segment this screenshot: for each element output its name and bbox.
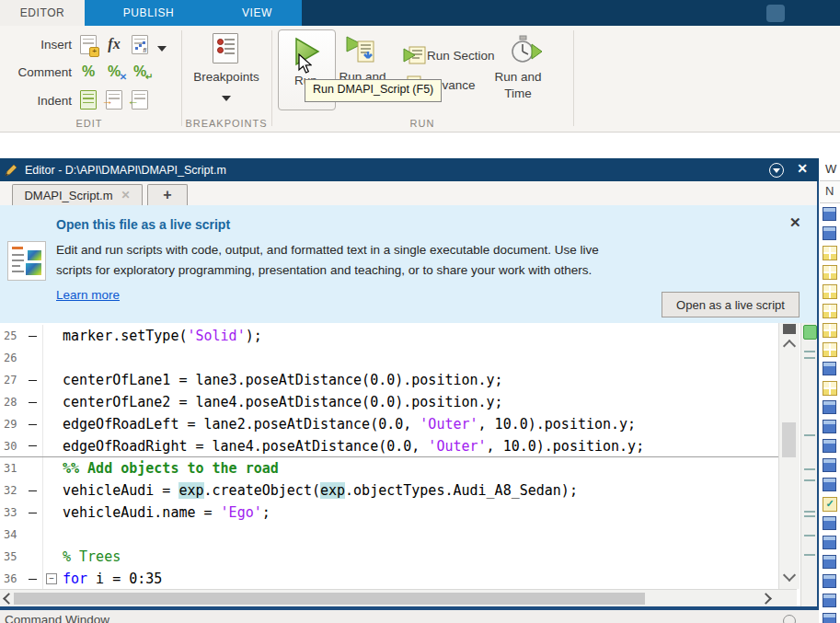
workspace-row[interactable] [820, 262, 840, 282]
workspace-row[interactable] [820, 340, 840, 359]
fold-margin [42, 479, 60, 502]
vertical-scrollbar[interactable] [778, 323, 800, 589]
workspace-row[interactable] [820, 456, 840, 475]
vertical-scrollbar-thumb[interactable] [782, 422, 796, 457]
cube-variable-icon [823, 574, 836, 588]
fold-margin [42, 435, 60, 456]
scroll-up-icon[interactable] [783, 340, 796, 352]
workspace-row[interactable] [820, 398, 840, 417]
tab-publish[interactable]: PUBLISH [85, 0, 213, 26]
workspace-row[interactable] [820, 359, 840, 378]
document-tab-bar: DMAPI_Script.m ✕ + [0, 181, 819, 206]
line-number-gutter: 29 [0, 418, 42, 431]
workspace-row[interactable] [820, 417, 840, 436]
workspace-row[interactable] [820, 243, 840, 262]
message-indicator-bar[interactable] [800, 323, 818, 606]
workspace-row[interactable] [820, 204, 840, 224]
code-line-35[interactable]: 35% Trees [0, 546, 778, 568]
panel-actions-button[interactable] [769, 163, 784, 178]
banner-close-icon[interactable]: ✕ [789, 214, 801, 231]
indent-right-button[interactable]: → [103, 88, 125, 110]
fold-margin [42, 325, 60, 347]
line-number: 34 [0, 528, 29, 541]
code-line-29[interactable]: 29edgeOfRoadLeft = lane2.poseAtDistance(… [0, 413, 778, 435]
code-editor[interactable]: 25marker.setType('Solid');2627centerOfLa… [0, 323, 819, 589]
line-number: 36 [0, 572, 29, 585]
workspace-row[interactable] [820, 224, 840, 243]
workspace-name-header[interactable]: N [820, 180, 840, 203]
workspace-row[interactable] [820, 571, 840, 591]
section-separator [573, 30, 574, 126]
panel-right-border [817, 181, 819, 610]
workspace-row[interactable] [820, 513, 840, 533]
scrollbar-cap [783, 324, 796, 334]
cube-variable-icon [823, 555, 836, 569]
code-line-27[interactable]: 27centerOfLane1 = lane3.poseAtDistance(0… [0, 369, 778, 391]
undock-icon[interactable] [783, 615, 796, 623]
workspace-row[interactable] [820, 436, 840, 456]
scroll-left-icon[interactable] [3, 593, 15, 605]
document-tab[interactable]: DMAPI_Script.m ✕ [12, 184, 143, 205]
code-line-25[interactable]: 25marker.setType('Solid'); [0, 325, 778, 347]
tab-close-icon[interactable]: ✕ [121, 189, 131, 202]
workspace-row[interactable] [820, 301, 840, 320]
comment-button[interactable]: % [77, 61, 99, 83]
insert-fi-button[interactable]: fi [129, 33, 151, 55]
horizontal-scrollbar[interactable] [0, 589, 797, 607]
code-line-32[interactable]: 32vehicleAudi = exp.createObject(exp.obj… [0, 479, 778, 502]
command-window-titlebar-partial[interactable]: Command Window [0, 610, 819, 623]
fold-margin[interactable]: − [42, 568, 60, 590]
line-number-gutter: 27 [0, 374, 42, 386]
breakpoints-icon [213, 33, 238, 63]
code-line-34[interactable]: 34 [0, 524, 778, 546]
insert-function-button[interactable]: fx [103, 33, 125, 55]
line-number: 33 [0, 506, 29, 519]
insert-dropdown-button[interactable] [151, 38, 173, 60]
code-line-31[interactable]: 31%% Add objects to the road [0, 457, 778, 479]
code-text: edgeOfRoadLeft = lane2.poseAtDistance(0.… [60, 416, 636, 433]
editor-title-bar[interactable]: Editor - D:\API\DMAPI\DMAPI_Script.m ✕ [0, 158, 819, 181]
chevron-down-icon [773, 168, 780, 173]
cube-variable-icon [823, 594, 836, 607]
workspace-row[interactable] [820, 378, 840, 398]
banner-body-line2: scripts for exploratory programming, pre… [56, 263, 592, 277]
wrap-comments-button[interactable]: %↵ [129, 61, 151, 83]
tab-view[interactable]: VIEW [213, 0, 302, 26]
scroll-down-icon[interactable] [783, 569, 796, 582]
panel-close-button[interactable]: ✕ [797, 161, 808, 176]
uncomment-button[interactable]: %✕ [103, 61, 125, 83]
code-analyzer-status-icon[interactable] [803, 325, 817, 340]
smart-indent-button[interactable] [77, 88, 99, 110]
code-text: vehicleAudi = exp.createObject(exp.objec… [60, 482, 578, 499]
code-fold-icon[interactable]: − [46, 573, 57, 584]
workspace-row[interactable] [820, 552, 840, 571]
workspace-row[interactable] [820, 533, 840, 552]
learn-more-link[interactable]: Learn more [56, 288, 120, 302]
scroll-right-icon[interactable] [760, 593, 772, 605]
chevron-down-icon [157, 46, 167, 52]
code-line-33[interactable]: 33vehicleAudi.name = 'Ego'; [0, 502, 778, 524]
cube-variable-icon [823, 458, 836, 472]
executable-line-dash [29, 490, 37, 491]
insert-section-button[interactable]: + [77, 33, 99, 55]
percent-wrap-icon: %↵ [133, 63, 146, 80]
workspace-row[interactable] [820, 591, 840, 610]
open-as-live-script-button[interactable]: Open as a live script [662, 292, 800, 317]
workspace-row[interactable] [820, 475, 840, 494]
pencil-icon [5, 163, 18, 177]
workspace-row[interactable] [820, 282, 840, 301]
code-line-26[interactable]: 26 [0, 347, 778, 369]
workspace-row[interactable]: ✓ [820, 494, 840, 513]
code-line-30[interactable]: 30edgeOfRoadRight = lane4.poseAtDistance… [0, 435, 778, 457]
line-number: 28 [0, 396, 29, 409]
new-tab-button[interactable]: + [147, 184, 188, 205]
workspace-row[interactable] [820, 320, 840, 340]
workspace-row[interactable] [820, 610, 840, 623]
code-line-36[interactable]: 36−for i = 0:35 [0, 568, 778, 590]
horizontal-scrollbar-thumb[interactable] [14, 593, 645, 605]
tab-editor[interactable]: EDITOR [0, 0, 85, 26]
indent-left-button[interactable]: ← [129, 88, 151, 110]
workspace-title-partial: W [825, 162, 836, 176]
code-line-28[interactable]: 28centerOfLane2 = lane4.poseAtDistance(0… [0, 391, 778, 413]
code-text: for i = 0:35 [60, 571, 162, 587]
